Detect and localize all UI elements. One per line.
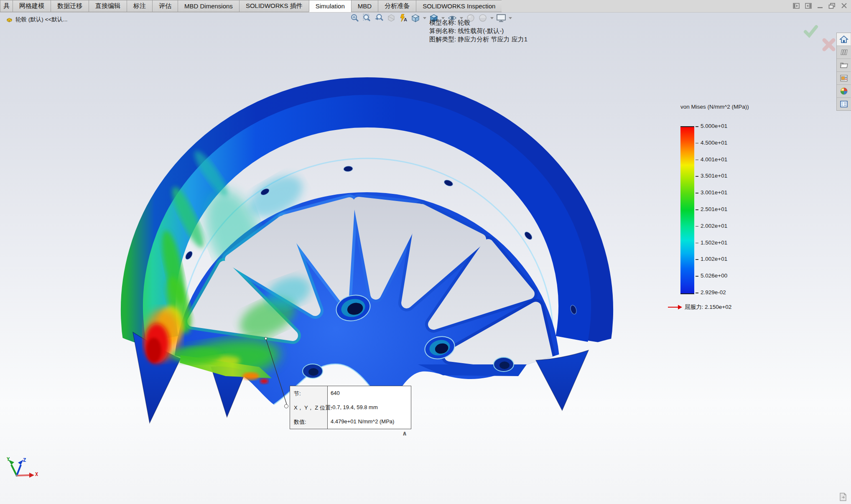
legend-label: 1.002e+01 [701,256,727,262]
stress-legend: von Mises (N/mm^2 (MPa)) 5.000e+01 4.500… [680,104,777,300]
appearances-tab[interactable] [837,85,851,98]
tab-data-migration[interactable]: 数据迁移 [51,0,89,12]
tab-direct-editing[interactable]: 直接编辑 [89,0,127,12]
view-palette-icon [839,74,848,82]
tab-mesh-modeling[interactable]: 网格建模 [13,0,51,12]
feature-tree-root[interactable]: 轮毂 (默认) <<默认... [6,16,68,23]
minimize-icon[interactable] [817,3,823,9]
legend-label: 4.500e+01 [701,140,727,146]
view-orientation-icon[interactable] [410,13,421,23]
legend-label: 3.501e+01 [701,173,727,179]
file-explorer-tab[interactable] [837,59,851,72]
legend-color-bar [680,126,694,294]
callout-anchor-marker [284,404,288,408]
collapse-left-pane-icon[interactable] [793,3,800,9]
annotation-icon[interactable]: A [398,13,409,23]
tab-analysis-prep[interactable]: 分析准备 [378,0,416,12]
home-tab[interactable] [837,33,851,46]
tab-annotation[interactable]: 标注 [127,0,152,12]
legend-label: 2.002e+01 [701,223,727,229]
legend-label: 1.502e+01 [701,239,727,246]
tree-item-label: 轮毂 (默认) <<默认... [15,16,68,23]
command-manager-tabs: 具 网格建模 数据迁移 直接编辑 标注 评估 MBD Dimensions SO… [0,0,851,13]
tab-mbd-dimensions[interactable]: MBD Dimensions [178,0,239,12]
plot-type-line: 图解类型: 静应力分析 节应力 应力1 [429,35,527,43]
callout-node-label: 节: [294,390,301,397]
appearances-icon [839,87,848,95]
solidworks-window: Y Z X 具 网格建模 数据迁移 直接编辑 标注 评估 MBD Dimensi… [0,0,851,504]
zoom-area-icon[interactable] [362,13,372,23]
zoom-fit-icon[interactable] [349,13,360,23]
legend-label: 3.001e+01 [701,189,727,196]
view-palette-tab[interactable] [837,72,851,85]
callout-position-value: -0.7, 19.4, 59.8 mm [331,404,378,410]
custom-properties-icon [839,100,848,108]
design-library-tab[interactable] [837,46,851,59]
legend-label: 4.001e+01 [701,156,727,163]
triad-y-label: Y [7,456,10,462]
tab-solidworks-addins[interactable]: SOLIDWORKS 插件 [239,0,309,12]
tab-simulation[interactable]: Simulation [309,0,351,12]
probe-callout[interactable]: 节: 640 X， Y， Z 位置: -0.7, 19.4, 59.8 mm 数… [290,386,411,429]
previous-view-icon[interactable] [374,13,385,23]
callout-collapse-chevron[interactable]: ∧ [402,430,407,437]
tab-mbd[interactable]: MBD [351,0,378,12]
legend-label: 2.929e-02 [701,289,726,295]
triad-z-label: Z [23,457,26,463]
legend-title: von Mises (N/mm^2 (MPa)) [680,104,749,110]
custom-properties-tab[interactable] [837,98,851,110]
legend-label: 5.000e+01 [701,123,727,129]
yield-strength-row: 屈服力: 2.150e+02 [668,303,731,311]
svg-text:A: A [404,17,407,22]
reference-triad [8,460,34,478]
yield-arrow-icon [668,304,682,310]
faded-ok-check-icon [803,24,818,38]
view-orientation-dropdown[interactable] [423,17,426,19]
task-pane-tabs [836,33,851,111]
callout-value-label: 数值: [294,418,306,426]
callout-node-value: 640 [331,390,340,396]
study-name-line: 算例名称: 线性载荷(-默认-) [429,27,527,35]
legend-label: 5.026e+00 [701,272,727,279]
yield-strength-label: 屈服力: 2.150e+02 [685,303,731,311]
tab-partial[interactable]: 具 [0,0,13,12]
plot-header: 模型名称: 轮毂 算例名称: 线性载荷(-默认-) 图解类型: 静应力分析 节应… [429,18,527,43]
callout-value-value: 4.479e+01 N/mm^2 (MPa) [331,418,394,425]
tab-solidworks-inspection[interactable]: SOLIDWORKS Inspection [416,0,502,12]
section-view-icon[interactable] [386,13,397,23]
design-library-icon [839,48,848,56]
close-icon[interactable] [841,3,848,9]
home-icon [839,35,848,43]
collapse-right-pane-icon[interactable] [805,3,812,9]
faded-cancel-x-icon [822,38,836,52]
window-controls [793,1,848,11]
file-explorer-icon [839,61,848,69]
stress-model [133,89,601,504]
triad-x-label: X [35,471,38,477]
callout-position-label: X， Y， Z 位置: [294,404,332,412]
part-icon [6,16,13,23]
expand-page-icon[interactable] [838,492,848,502]
legend-label: 2.501e+01 [701,206,727,212]
restore-icon[interactable] [828,3,836,9]
tab-evaluate[interactable]: 评估 [152,0,178,12]
model-name-line: 模型名称: 轮毂 [429,18,527,27]
